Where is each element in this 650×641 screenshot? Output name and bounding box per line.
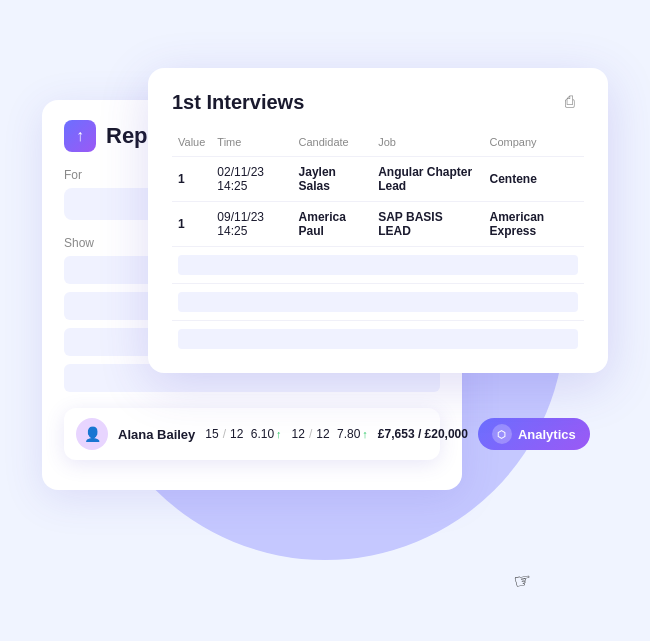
cell-value-1: 1 (172, 157, 211, 202)
currency-stat: £7,653 / £20,000 (378, 427, 468, 441)
app-icon: ↑ (64, 120, 96, 152)
placeholder-bar (178, 292, 578, 312)
cell-candidate-1: Jaylen Salas (293, 157, 373, 202)
col-header-company: Company (484, 132, 585, 157)
stat1-b: 12 (230, 427, 243, 441)
arrow-up-icon-2: ↑ (362, 428, 368, 440)
person-name: Alana Bailey (118, 427, 195, 442)
cell-value-2: 1 (172, 202, 211, 247)
table-row-placeholder (172, 247, 584, 284)
cell-company-2: American Express (484, 202, 585, 247)
analytics-icon: ⬡ (492, 424, 512, 444)
cursor-icon: ☞ (512, 568, 534, 595)
interviews-table: Value Time Candidate Job Company 1 02/11… (172, 132, 584, 357)
popup-card: 1st Interviews ⎙ Value Time Candidate Jo… (148, 68, 608, 373)
col-header-value: Value (172, 132, 211, 157)
col-header-job: Job (372, 132, 483, 157)
export-icon: ⎙ (565, 93, 575, 111)
stat2-a: 12 (292, 427, 305, 441)
stat2-b: 12 (316, 427, 329, 441)
placeholder-bar (178, 255, 578, 275)
col-header-time: Time (211, 132, 292, 157)
popup-title: 1st Interviews (172, 91, 304, 114)
placeholder-bar (178, 329, 578, 349)
stat-sep1: / (223, 427, 226, 441)
stat-interviews: 15 / 12 6.10 ↑ (205, 427, 281, 441)
export-button[interactable]: ⎙ (556, 88, 584, 116)
stat2-score: 7.80 (337, 427, 360, 441)
table-row-placeholder (172, 321, 584, 358)
person-row: 👤 Alana Bailey 15 / 12 6.10 ↑ 12 / 12 7.… (64, 408, 440, 460)
analytics-label: Analytics (518, 427, 576, 442)
stat1-score: 6.10 (251, 427, 274, 441)
stat-score: 12 / 12 7.80 ↑ (292, 427, 368, 441)
col-header-candidate: Candidate (293, 132, 373, 157)
upload-icon: ↑ (76, 127, 84, 145)
cell-job-1: Angular Chapter Lead (372, 157, 483, 202)
analytics-button[interactable]: ⬡ Analytics (478, 418, 590, 450)
avatar-icon: 👤 (84, 426, 101, 442)
cell-time-2: 09/11/23 14:25 (211, 202, 292, 247)
arrow-up-icon-1: ↑ (276, 428, 282, 440)
stat-sep2: / (309, 427, 312, 441)
table-row-placeholder (172, 284, 584, 321)
cell-candidate-2: America Paul (293, 202, 373, 247)
cell-time-1: 02/11/23 14:25 (211, 157, 292, 202)
stat1-a: 15 (205, 427, 218, 441)
cell-company-1: Centene (484, 157, 585, 202)
popup-header: 1st Interviews ⎙ (172, 88, 584, 116)
table-row: 1 02/11/23 14:25 Jaylen Salas Angular Ch… (172, 157, 584, 202)
table-header-row: Value Time Candidate Job Company (172, 132, 584, 157)
table-row: 1 09/11/23 14:25 America Paul SAP BASIS … (172, 202, 584, 247)
cell-job-2: SAP BASIS LEAD (372, 202, 483, 247)
avatar: 👤 (76, 418, 108, 450)
